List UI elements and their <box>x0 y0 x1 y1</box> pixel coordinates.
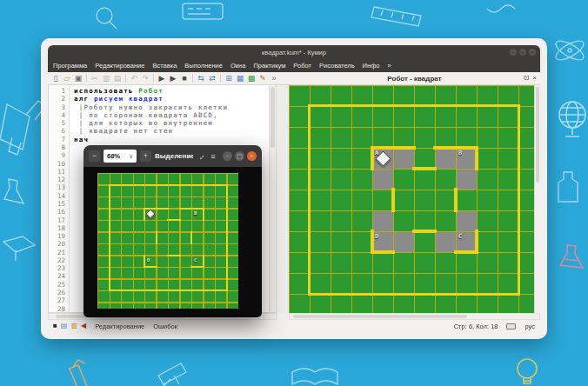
zoom-level-dropdown[interactable]: 68% ∨ <box>104 150 137 163</box>
panel-float-icon[interactable]: ⊡ <box>524 73 530 83</box>
code-token: |Роботу нужно закрасить клетки <box>74 103 228 111</box>
scrollbar-thumb[interactable] <box>293 315 467 318</box>
menu-item-7[interactable]: Робот <box>293 62 311 70</box>
menu-item-9[interactable]: Инфо <box>363 62 380 70</box>
doodle-ruler <box>371 7 421 26</box>
cell-label-b: B <box>458 150 462 156</box>
open-file-icon[interactable]: ▱ <box>62 73 72 84</box>
menu-item-6[interactable]: Практикум <box>253 62 285 70</box>
toolbar-separator <box>125 74 126 83</box>
editor-vertical-scrollbar[interactable] <box>269 85 276 312</box>
preview-close-icon[interactable]: × <box>247 151 257 161</box>
menu-item-1[interactable]: Программа <box>53 62 87 70</box>
menu-item-3[interactable]: Вставка <box>152 62 177 70</box>
doodle-book <box>292 369 337 384</box>
code-token: алг <box>74 95 94 103</box>
line-number: 17 <box>49 216 65 224</box>
robot-field[interactable]: ABCD <box>289 85 539 313</box>
panel-close-icon[interactable]: × <box>532 73 537 83</box>
undo-icon[interactable]: ↶ <box>129 73 139 84</box>
menu-item-5[interactable]: Окна <box>231 62 245 70</box>
show-table-icon[interactable]: ▦ <box>235 73 245 84</box>
line-number: 16 <box>49 208 65 216</box>
toolbar-separator <box>153 74 154 83</box>
panel-blue-icon[interactable]: ▤ <box>61 322 68 330</box>
wall-segment <box>371 230 373 253</box>
doodle-atom <box>553 37 586 63</box>
preview-minimize-icon[interactable]: − <box>223 151 232 161</box>
step-over-icon[interactable]: ⇄ <box>207 73 217 84</box>
toolbar-separator <box>86 74 87 83</box>
line-number: 3 <box>49 103 65 111</box>
menu-item-10[interactable]: » <box>387 62 391 70</box>
line-number: 27 <box>49 296 65 304</box>
doc-orange-icon[interactable]: ▥ <box>70 322 77 330</box>
minimize-icon[interactable]: − <box>510 49 517 56</box>
menu-item-2[interactable]: Редактирование <box>95 62 144 70</box>
field-horizontal-scrollbar[interactable] <box>289 313 540 320</box>
scrollbar-thumb[interactable] <box>271 87 275 148</box>
robot-field-icon[interactable]: ▩ <box>246 73 257 84</box>
status-icons: ■▤▥◀ <box>53 322 86 330</box>
outer-wall <box>109 184 228 292</box>
code-line-4: | по сторонам квадрата ABCD, <box>74 111 269 119</box>
titlebar[interactable]: квадрат.kum* - Кумир − + × <box>48 45 540 59</box>
blind-run-icon[interactable]: ⇆ <box>196 73 206 84</box>
code-token: | для которых во внутреннем <box>74 119 213 127</box>
record-square-icon[interactable]: ■ <box>53 322 57 330</box>
preview-titlebar[interactable]: − 68% ∨ + Выделение_... ↔ ≡ − ▢ × <box>84 145 262 167</box>
statusbar: ■▤▥◀ Редактирование Ошибок Стр: 6, Кол: … <box>48 320 540 332</box>
preview-maximize-icon[interactable]: ▢ <box>235 151 244 161</box>
screenshot-preview-window[interactable]: − 68% ∨ + Выделение_... ↔ ≡ − ▢ × ABCD <box>84 145 262 317</box>
cut-icon[interactable]: ✂ <box>90 73 100 84</box>
redo-icon[interactable]: ↷ <box>140 73 150 84</box>
pane-splitter[interactable] <box>277 85 289 313</box>
paste-icon[interactable]: ▤ <box>112 73 123 84</box>
status-errors: Ошибок <box>153 323 177 330</box>
wall-segment <box>144 255 145 269</box>
line-number: 13 <box>49 183 65 191</box>
wall-segment <box>203 208 204 222</box>
line-number: 5 <box>49 119 65 127</box>
menu-item-4[interactable]: Выполнение <box>184 62 223 70</box>
cursor-red-icon[interactable]: ◀ <box>81 322 86 330</box>
copy-icon[interactable]: ▥ <box>101 73 111 84</box>
line-number: 6 <box>49 127 65 135</box>
new-file-icon[interactable]: ▯ <box>50 73 61 84</box>
code-token: | по сторонам квадрата ABCD, <box>74 111 218 119</box>
doodle-bottle-right <box>558 172 578 202</box>
zoom-out-button[interactable]: − <box>89 150 100 162</box>
zoom-in-button[interactable]: + <box>140 150 151 162</box>
preview-title: Выделение_... <box>155 152 193 160</box>
edit-field-icon[interactable]: ✎ <box>257 73 268 84</box>
code-token: | квадрате нет стен <box>74 127 173 135</box>
line-number: 15 <box>49 200 65 208</box>
code-line-5: | для которых во внутреннем <box>74 119 269 127</box>
hamburger-menu-icon[interactable]: ≡ <box>209 152 217 161</box>
subheader-row: ▯▱▣✂▥▤↶↷▶▶■⇆⇄⊞▦▩✎» Робот - квадрат ⊡ × <box>48 72 540 85</box>
outer-wall <box>308 104 519 295</box>
stop-icon[interactable]: ■ <box>179 73 190 84</box>
wall-segment <box>412 230 436 232</box>
show-window-icon[interactable]: ⊞ <box>224 73 234 84</box>
line-number: 7 <box>49 136 65 143</box>
close-icon[interactable]: × <box>529 49 536 56</box>
run-icon[interactable]: ▶ <box>157 73 167 84</box>
fullscreen-icon[interactable]: ↔ <box>195 150 207 162</box>
run-step-icon[interactable]: ▶ <box>168 73 178 84</box>
save-file-icon[interactable]: ▣ <box>73 73 84 84</box>
doodle-flask-red <box>560 245 583 268</box>
wall-segment <box>454 188 457 211</box>
wall-segment <box>144 266 157 268</box>
wall-segment <box>475 230 478 253</box>
menu-item-8[interactable]: Рисователь <box>319 62 355 70</box>
scrollbar-thumb[interactable] <box>536 87 539 183</box>
maximize-icon[interactable]: + <box>519 49 526 56</box>
more-tools-icon[interactable]: » <box>269 73 279 84</box>
wall-segment <box>144 208 169 210</box>
doodle-flask-left <box>4 179 23 203</box>
robot-field-pane[interactable]: ABCD <box>289 85 540 313</box>
field-vertical-scrollbar[interactable] <box>534 85 540 313</box>
desktop: { "window": { "title": "квадрат.kum* - К… <box>0 0 588 386</box>
doodle-keyboard <box>183 3 223 19</box>
